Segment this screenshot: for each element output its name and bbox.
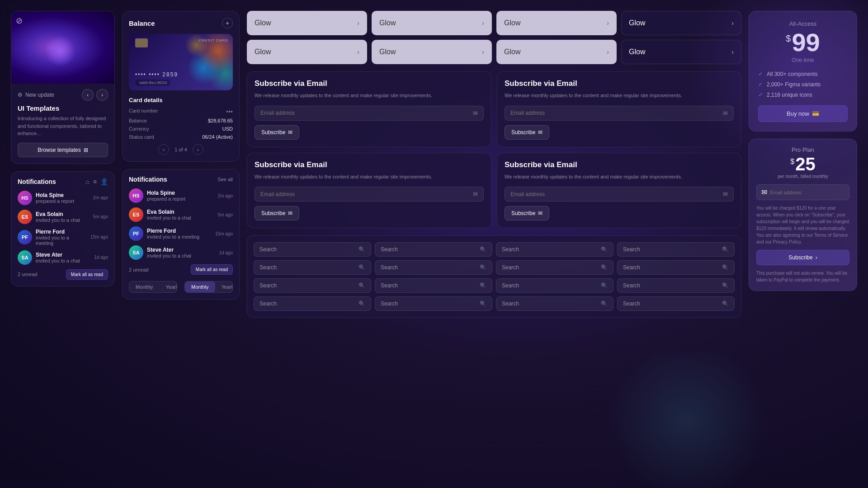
- send-icon-3: ✉: [288, 210, 292, 216]
- search-box-r3c2[interactable]: Search 🔍: [375, 278, 492, 293]
- glow-button-5[interactable]: Glow ›: [247, 40, 367, 64]
- home-icon[interactable]: ⌂: [85, 178, 89, 185]
- search-box-r1c1[interactable]: Search 🔍: [254, 242, 371, 257]
- email-input-1[interactable]: [260, 110, 473, 116]
- pro-plan-label: Pro Plan: [756, 146, 849, 153]
- glow-button-2[interactable]: Glow ›: [372, 11, 492, 35]
- search-box-r3c3[interactable]: Search 🔍: [496, 278, 613, 293]
- avatar-pf: PF: [18, 230, 32, 244]
- templates-description: Introducing a collection of fully design…: [18, 115, 108, 137]
- pro-period: per month, billed monthly: [756, 174, 849, 179]
- search-box-r2c1[interactable]: Search 🔍: [254, 260, 371, 275]
- add-button[interactable]: +: [222, 18, 233, 28]
- search-box-r4c1[interactable]: Search 🔍: [254, 296, 371, 311]
- chevron-right-icon: ›: [607, 48, 609, 56]
- see-all-link[interactable]: See all: [217, 177, 233, 182]
- card-next-arrow[interactable]: ›: [193, 144, 203, 155]
- gear-icon: ⚙: [18, 92, 23, 98]
- pro-email-input[interactable]: [770, 190, 844, 195]
- bal-notif-1: HS Hola Spine prepared a report 2m ago: [129, 188, 233, 203]
- notif-icons-row: ⌂ ≡ 👤: [85, 178, 108, 185]
- card-number: •••• •••• 2859: [135, 71, 178, 78]
- toggle-group-2: Monthly Yearly: [184, 281, 233, 293]
- search-box-r3c4[interactable]: Search 🔍: [617, 278, 735, 293]
- check-icon-2: ✓: [758, 81, 763, 88]
- search-icon-r1c2: 🔍: [480, 246, 486, 253]
- glow-button-8[interactable]: Glow ›: [621, 40, 741, 64]
- glow-button-1[interactable]: Glow ›: [247, 11, 367, 35]
- balance-notif-title: Notifications: [129, 176, 167, 183]
- avatar-hs: HS: [18, 191, 32, 205]
- email-input-3[interactable]: [260, 191, 473, 197]
- email-input-4[interactable]: [510, 191, 723, 197]
- toggle-group-1: Monthly Yearly: [129, 281, 177, 293]
- toggle-yearly-2[interactable]: Yearly: [215, 282, 233, 292]
- notif-item-1: HS Hola Spine prepared a report 2m ago: [18, 191, 108, 205]
- subscribe-button-4[interactable]: Subscribe ✉: [505, 206, 549, 221]
- email-input-row-3[interactable]: ✉: [255, 187, 484, 202]
- card-prev-arrow[interactable]: ‹: [158, 144, 169, 155]
- bal-mark-read-button[interactable]: Mark all as read: [191, 264, 233, 275]
- search-box-r2c4[interactable]: Search 🔍: [617, 260, 735, 275]
- glow-button-4[interactable]: Glow ›: [621, 11, 741, 35]
- users-icon[interactable]: 👤: [100, 178, 108, 185]
- sub-desc-2: We release monthly updates to the conten…: [505, 92, 734, 99]
- search-box-r1c4[interactable]: Search 🔍: [617, 242, 735, 257]
- avatar-es: ES: [18, 210, 32, 224]
- chevron-right-icon: ›: [357, 19, 359, 27]
- glow-button-6[interactable]: Glow ›: [372, 40, 492, 64]
- subscribe-button-3[interactable]: Subscribe ✉: [255, 206, 299, 221]
- sub-desc-3: We release monthly updates to the conten…: [255, 173, 484, 181]
- all-access-card: All-Access $ 99 One-time ✓ All 300+ comp…: [749, 11, 857, 131]
- email-input-row-1[interactable]: ✉: [255, 106, 484, 121]
- search-box-r1c2[interactable]: Search 🔍: [375, 242, 492, 257]
- pro-price-row: $ 25: [756, 155, 849, 173]
- search-box-r4c2[interactable]: Search 🔍: [375, 296, 492, 311]
- search-box-r3c1[interactable]: Search 🔍: [254, 278, 371, 293]
- subscribe-button-2[interactable]: Subscribe ✉: [505, 125, 549, 140]
- next-arrow[interactable]: ›: [96, 89, 108, 101]
- email-input-row-2[interactable]: ✉: [505, 106, 734, 121]
- ui-templates-card: ⊘ ⚙ New update ‹ › UI Templates Introduc…: [11, 11, 115, 164]
- browse-templates-button[interactable]: Browse templates ⊞: [18, 143, 108, 157]
- subscribe-box-2: Subscribe via Email We release monthly u…: [497, 71, 741, 147]
- balance-column: Balance + CREDIT CARD •••• •••• 2859 Val…: [122, 11, 240, 300]
- pro-plan-card: Pro Plan $ 25 per month, billed monthly …: [749, 139, 857, 291]
- glow-button-3[interactable]: Glow ›: [496, 11, 617, 35]
- pro-email-row[interactable]: ✉: [756, 184, 849, 200]
- toggle-monthly-1[interactable]: Monthly: [129, 282, 160, 292]
- all-access-plan-label: All-Access: [758, 20, 848, 27]
- search-box-r4c4[interactable]: Search 🔍: [617, 296, 735, 311]
- subscribe-button-1[interactable]: Subscribe ✉: [255, 125, 299, 140]
- main-content-column: Glow › Glow › Glow › Glow › Glow › Glow …: [247, 11, 741, 318]
- search-icon-r1c1: 🔍: [359, 246, 365, 253]
- email-input-row-4[interactable]: ✉: [505, 187, 734, 202]
- glow-button-7[interactable]: Glow ›: [496, 40, 617, 64]
- search-box-r2c2[interactable]: Search 🔍: [375, 260, 492, 275]
- send-icon: ✉: [288, 129, 292, 136]
- search-icon-r2c2: 🔍: [480, 264, 486, 271]
- all-access-price: $ 99: [758, 30, 848, 55]
- pro-subscribe-button[interactable]: Subscribe ›: [756, 250, 849, 265]
- subscribe-grid: Subscribe via Email We release monthly u…: [247, 71, 741, 228]
- chevron-right-icon: ›: [731, 19, 734, 27]
- search-box-r4c3[interactable]: Search 🔍: [496, 296, 613, 311]
- menu-icon[interactable]: ≡: [93, 178, 97, 185]
- pro-footer: This purchase will not auto-renew. You w…: [756, 270, 849, 283]
- search-box-r1c3[interactable]: Search 🔍: [496, 242, 613, 257]
- pro-amount: 25: [795, 155, 816, 173]
- left-notifications-card: Notifications ⌂ ≡ 👤 HS Hola Spine prepar…: [11, 171, 115, 286]
- toggle-monthly-2[interactable]: Monthly: [185, 282, 215, 292]
- mark-all-read-button[interactable]: Mark all as read: [66, 269, 108, 280]
- toggle-yearly-1[interactable]: Yearly: [160, 282, 177, 292]
- search-icon-r3c4: 🔍: [722, 282, 729, 289]
- search-box-r2c3[interactable]: Search 🔍: [496, 260, 613, 275]
- buy-now-button[interactable]: Buy now 💳: [758, 105, 848, 122]
- balance-title: Balance: [129, 19, 155, 27]
- send-icon-2: ✉: [538, 129, 542, 136]
- send-icon-4: ✉: [538, 210, 542, 216]
- sub-desc-4: We release monthly updates to the conten…: [505, 173, 734, 181]
- prev-arrow[interactable]: ‹: [82, 89, 94, 101]
- feature-1: ✓ All 300+ components: [758, 70, 848, 77]
- email-input-2[interactable]: [510, 110, 723, 116]
